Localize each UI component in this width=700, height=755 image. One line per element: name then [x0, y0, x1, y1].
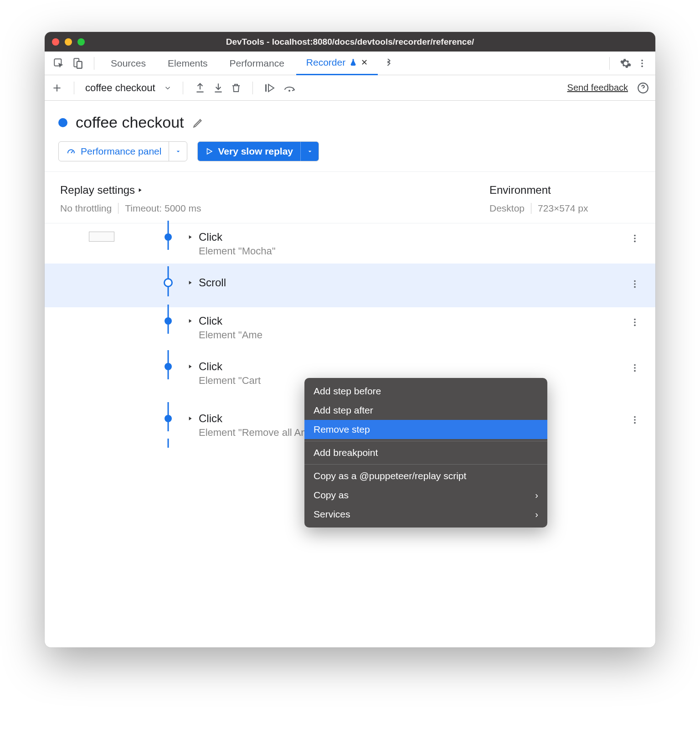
svg-point-15	[634, 286, 636, 288]
svg-point-11	[634, 238, 636, 239]
step-row[interactable]: Click Element "Ame	[45, 307, 655, 347]
svg-point-6	[641, 65, 643, 67]
svg-point-24	[634, 422, 636, 424]
tab-performance[interactable]: Performance	[220, 52, 294, 75]
step-title: Click	[199, 360, 222, 373]
performance-panel-button[interactable]: Performance panel	[58, 141, 187, 161]
divider	[304, 441, 547, 441]
divider	[609, 57, 610, 70]
gauge-icon	[66, 146, 76, 156]
caret-right-icon	[187, 318, 193, 324]
chevron-down-icon[interactable]	[300, 142, 319, 161]
step-over-icon[interactable]	[283, 83, 297, 93]
svg-point-8	[288, 90, 290, 92]
kebab-icon[interactable]	[637, 58, 647, 68]
divider	[94, 57, 94, 70]
settings-row: Replay settings No throttling Timeout: 5…	[45, 172, 655, 223]
step-play-icon[interactable]	[264, 83, 277, 93]
svg-point-10	[634, 235, 636, 237]
help-icon[interactable]	[637, 82, 649, 94]
environment-heading: Environment	[489, 184, 640, 197]
caret-right-icon	[187, 363, 193, 370]
send-feedback-link[interactable]: Send feedback	[567, 83, 628, 93]
svg-point-20	[634, 367, 636, 369]
recording-dropdown[interactable]: coffee checkout	[85, 82, 172, 94]
recording-dot-icon	[58, 118, 67, 127]
step-menu-icon[interactable]	[623, 359, 646, 373]
devtools-tabs: Sources Elements Performance Recorder ✕	[45, 52, 655, 75]
divider	[531, 203, 531, 214]
button-label: Performance panel	[81, 146, 161, 157]
ctx-copy-as[interactable]: Copy as ›	[304, 486, 547, 505]
divider	[118, 203, 118, 214]
caret-right-icon	[187, 415, 193, 422]
recorder-toolbar: coffee checkout Send feedback	[45, 75, 655, 101]
add-icon[interactable]	[51, 82, 63, 94]
divider	[183, 82, 183, 94]
recording-name: coffee checkout	[85, 82, 155, 94]
ctx-copy-puppeteer[interactable]: Copy as a @puppeteer/replay script	[304, 466, 547, 486]
maximize-window-button[interactable]	[77, 38, 85, 46]
divider	[74, 82, 74, 94]
chevron-down-icon	[164, 84, 172, 92]
step-menu-icon[interactable]	[623, 230, 646, 243]
settings-icon[interactable]	[620, 57, 632, 69]
step-menu-icon[interactable]	[623, 275, 646, 289]
svg-point-12	[634, 241, 636, 243]
step-menu-icon[interactable]	[623, 314, 646, 327]
device-value: Desktop	[489, 203, 525, 214]
flask-icon	[349, 58, 357, 67]
tab-recorder[interactable]: Recorder ✕	[296, 52, 378, 75]
replay-button[interactable]: Very slow replay	[197, 141, 319, 161]
step-row[interactable]: Click Element "Mocha"	[45, 223, 655, 264]
recording-header: coffee checkout Performance panel Very s…	[45, 101, 655, 172]
inspect-icon[interactable]	[53, 57, 65, 69]
ctx-add-after[interactable]: Add step after	[304, 401, 547, 420]
close-window-button[interactable]	[52, 38, 59, 46]
chevron-right-icon: ›	[535, 490, 538, 501]
divider	[252, 82, 253, 94]
device-toggle-icon[interactable]	[72, 57, 84, 69]
step-row[interactable]: Scroll	[45, 264, 655, 307]
caret-right-icon	[187, 279, 193, 286]
minimize-window-button[interactable]	[65, 38, 72, 46]
svg-point-16	[634, 319, 636, 321]
step-menu-icon[interactable]	[623, 411, 646, 425]
chevron-down-icon[interactable]	[169, 142, 187, 161]
svg-point-19	[634, 364, 636, 366]
tab-elements[interactable]: Elements	[158, 52, 218, 75]
step-subtitle: Element "Ame	[199, 329, 623, 341]
close-icon[interactable]: ✕	[361, 57, 368, 67]
caret-right-icon	[187, 234, 193, 240]
tab-label: Recorder	[306, 57, 345, 68]
svg-point-5	[641, 62, 643, 64]
svg-rect-7	[265, 84, 267, 92]
button-label: Very slow replay	[218, 146, 293, 157]
ctx-remove-step[interactable]: Remove step	[304, 420, 547, 439]
more-tabs-icon[interactable]	[380, 59, 398, 68]
svg-point-23	[634, 419, 636, 421]
ctx-services[interactable]: Services ›	[304, 505, 547, 524]
timeout-value: Timeout: 5000 ms	[125, 203, 201, 214]
devtools-window: DevTools - localhost:8080/docs/devtools/…	[45, 32, 655, 647]
context-menu: Add step before Add step after Remove st…	[304, 378, 547, 527]
caret-right-icon	[137, 187, 143, 193]
replay-settings-heading[interactable]: Replay settings	[60, 184, 489, 197]
tab-label: Sources	[111, 58, 146, 69]
delete-icon[interactable]	[231, 83, 242, 93]
svg-point-17	[634, 321, 636, 323]
edit-icon[interactable]	[192, 117, 204, 129]
step-title: Click	[199, 315, 222, 327]
traffic-lights	[52, 38, 85, 46]
svg-point-14	[634, 283, 636, 285]
export-icon[interactable]	[194, 82, 206, 94]
chevron-right-icon: ›	[535, 509, 538, 520]
svg-point-13	[634, 280, 636, 282]
import-icon[interactable]	[212, 82, 224, 94]
svg-point-4	[641, 59, 643, 61]
titlebar: DevTools - localhost:8080/docs/devtools/…	[45, 32, 655, 52]
svg-point-22	[634, 416, 636, 418]
ctx-add-before[interactable]: Add step before	[304, 382, 547, 401]
ctx-add-breakpoint[interactable]: Add breakpoint	[304, 443, 547, 462]
tab-sources[interactable]: Sources	[101, 52, 156, 75]
